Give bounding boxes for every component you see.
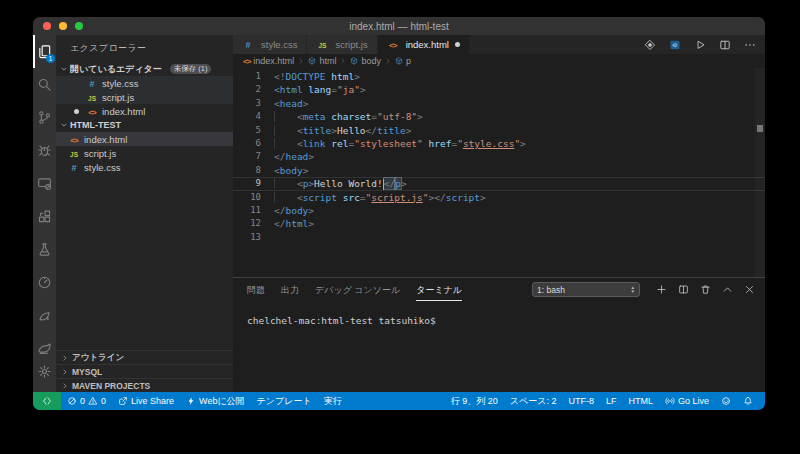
file-label: index.html <box>84 134 127 145</box>
panel-tab-出力[interactable]: 出力 <box>281 284 299 301</box>
status-smiley-icon <box>721 396 731 406</box>
code-line-10: 10 <script src="script.js"></script> <box>233 191 765 204</box>
code-editor[interactable]: 1<!DOCTYPE html>2<html lang="ja">3<head>… <box>233 68 765 279</box>
terminal-action-close-panel[interactable] <box>744 284 755 295</box>
breadcrumb-item-index-html[interactable]: <>index.html <box>243 56 294 66</box>
feather-icon <box>37 308 52 323</box>
terminal-action-new-terminal[interactable] <box>656 284 667 295</box>
code-line-12: 12</html> <box>233 217 765 230</box>
code-line-11: 11</body> <box>233 204 765 217</box>
status-live-share[interactable]: Live Share <box>112 392 180 410</box>
open-editor-script-js[interactable]: JSscript.js <box>56 90 233 104</box>
editor-action-split-editor[interactable] <box>719 39 731 51</box>
window-title: index.html — html-test <box>349 21 448 32</box>
status-go-live[interactable]: Go Live <box>659 392 715 410</box>
status-bolt-icon <box>186 396 196 406</box>
breadcrumb[interactable]: <>index.htmlhtmlbodyp <box>233 54 765 68</box>
line-content: </html> <box>274 217 314 230</box>
file-script-js[interactable]: JSscript.js <box>56 146 233 160</box>
editor-scrollbar[interactable] <box>755 68 765 277</box>
file-style-css[interactable]: #style.css <box>56 160 233 174</box>
status-notifications[interactable] <box>737 392 759 410</box>
activity-test-explorer[interactable] <box>33 233 56 266</box>
tab-style-css[interactable]: #style.css <box>233 35 307 54</box>
line-number: 12 <box>233 217 274 230</box>
panel-tab-terminal[interactable]: ターミナル <box>416 284 462 301</box>
section-mysql[interactable]: MYSQL <box>56 364 233 378</box>
code-line-1: 1<!DOCTYPE html> <box>233 70 765 83</box>
code-line-3: 3<head> <box>233 97 765 110</box>
open-editors-header[interactable]: 開いているエディター 未保存 (1) <box>56 62 233 76</box>
line-number: 4 <box>233 110 274 123</box>
section-maven-projects[interactable]: MAVEN PROJECTS <box>56 378 233 392</box>
select-arrows-icon: ▲▼ <box>631 286 635 294</box>
activity-extensions[interactable] <box>33 200 56 233</box>
status-label: UTF-8 <box>568 396 594 406</box>
status-label: 実行 <box>324 395 342 408</box>
tab-label: style.css <box>261 39 297 50</box>
activity-time-tracker[interactable] <box>33 266 56 299</box>
status-cursor-position[interactable]: 行 9、列 20 <box>445 392 504 410</box>
terminal-action-kill-terminal[interactable] <box>700 284 711 295</box>
status-problems[interactable]: 00 <box>61 392 112 410</box>
activity-settings[interactable] <box>33 355 56 388</box>
activity-source-control[interactable] <box>33 101 56 134</box>
status-warning-icon <box>88 396 98 406</box>
terminal-output[interactable]: chelchel-mac:html-test tatsuhiko$ <box>233 302 765 326</box>
status-indentation[interactable]: スペース: 2 <box>504 392 563 410</box>
chevron-right-icon <box>297 57 305 65</box>
panel-tab-デバッグ コンソール[interactable]: デバッグ コンソール <box>315 284 400 301</box>
breadcrumb-label: body <box>361 56 381 66</box>
activity-remote-explorer[interactable] <box>33 167 56 200</box>
status-run-task[interactable]: 実行 <box>318 392 348 410</box>
minimize-window-button[interactable] <box>59 22 67 30</box>
terminal-action-maximize-panel[interactable] <box>722 284 733 295</box>
line-content: <body> <box>274 164 308 177</box>
activity-debug[interactable] <box>33 134 56 167</box>
terminal-shell-select[interactable]: 1: bash▲▼ <box>532 282 640 297</box>
line-number: 8 <box>233 164 274 177</box>
terminal-action-split-terminal[interactable] <box>678 284 689 295</box>
line-number: 5 <box>233 124 274 137</box>
file-type-icon: JS <box>316 39 332 50</box>
open-editor-style-css[interactable]: #style.css <box>56 76 233 90</box>
activity-feather-extension[interactable] <box>33 299 56 332</box>
code-line-2: 2<html lang="ja"> <box>233 83 765 96</box>
editor-action-more-actions[interactable] <box>744 39 756 51</box>
zoom-window-button[interactable] <box>75 22 83 30</box>
modified-dot-icon <box>74 109 79 114</box>
status-template[interactable]: テンプレート <box>251 392 318 410</box>
status-language-mode[interactable]: HTML <box>622 392 659 410</box>
line-content: </body> <box>274 204 314 217</box>
chevron-right-icon <box>339 57 347 65</box>
section-アウトライン[interactable]: アウトライン <box>56 350 233 364</box>
code-line-8: 8<body> <box>233 164 765 177</box>
breadcrumb-item-p[interactable]: p <box>395 56 411 66</box>
line-number: 2 <box>233 83 274 96</box>
status-label: HTML <box>628 396 653 406</box>
activity-explorer[interactable]: 1 <box>33 35 56 68</box>
close-window-button[interactable] <box>43 22 51 30</box>
status-eol[interactable]: LF <box>600 392 623 410</box>
panel-tab-問題[interactable]: 問題 <box>247 284 265 301</box>
breadcrumb-item-html[interactable]: html <box>308 56 336 66</box>
tab-script-js[interactable]: JSscript.js <box>307 35 377 54</box>
title-bar[interactable]: index.html — html-test <box>33 17 765 35</box>
file-index-html[interactable]: <>index.html <box>56 132 233 146</box>
editor-action-open-in-browser[interactable] <box>669 39 681 51</box>
whale-icon <box>37 341 52 356</box>
status-publish-web[interactable]: Webに公開 <box>180 392 251 410</box>
file-type-icon: <> <box>387 39 403 50</box>
status-feedback[interactable] <box>715 392 737 410</box>
editor-action-run-code[interactable] <box>694 39 706 51</box>
activity-search[interactable] <box>33 68 56 101</box>
breadcrumb-item-body[interactable]: body <box>350 56 381 66</box>
line-content: <link rel="stylesheet" href="style.css"> <box>274 137 526 150</box>
editor-action-open-preview[interactable] <box>644 39 656 51</box>
status-remote-indicator[interactable] <box>33 392 61 410</box>
status-encoding[interactable]: UTF-8 <box>562 392 600 410</box>
line-content: <html lang="ja"> <box>274 83 366 96</box>
tab-index-html[interactable]: <>index.html <box>378 35 470 54</box>
folder-header[interactable]: HTML-TEST <box>56 118 233 132</box>
open-editor-index-html[interactable]: <>index.html <box>56 104 233 118</box>
